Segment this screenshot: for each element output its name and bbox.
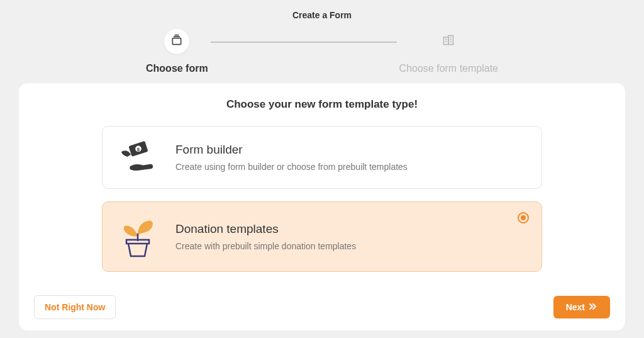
stepper: Choose form Choose form template	[146, 29, 498, 74]
step-choose-template[interactable]: Choose form template	[399, 29, 498, 74]
option-form-builder[interactable]: $ Form builder Create using form builder…	[102, 126, 542, 189]
next-button-label: Next	[566, 302, 585, 312]
option-title: Form builder	[175, 143, 525, 157]
plant-pot-icon	[119, 215, 157, 259]
next-button[interactable]: Next	[553, 296, 610, 318]
footer: Not Right Now Next	[34, 283, 610, 319]
option-desc: Create using form builder or choose from…	[175, 162, 525, 172]
main-card: Choose your new form template type! $ Fo…	[19, 83, 625, 330]
step-choose-form[interactable]: Choose form	[146, 29, 208, 74]
radio-dot	[521, 215, 526, 220]
building-icon	[442, 34, 455, 49]
svg-rect-0	[173, 38, 181, 45]
step-label: Choose form template	[399, 63, 498, 74]
option-title: Donation templates	[175, 222, 525, 236]
template-icon-wrap	[436, 29, 461, 54]
svg-text:$: $	[137, 147, 140, 152]
option-donation-templates[interactable]: Donation templates Create with prebuilt …	[102, 201, 542, 272]
chevron-double-right-icon	[589, 302, 597, 312]
option-content: Donation templates Create with prebuilt …	[175, 222, 525, 251]
radio-selected-icon	[518, 212, 529, 223]
option-content: Form builder Create using form builder o…	[175, 143, 525, 172]
card-title: Choose your new form template type!	[34, 98, 610, 111]
hand-money-icon: $	[119, 139, 157, 176]
option-desc: Create with prebuilt simple donation tem…	[175, 241, 525, 251]
header: Create a Form	[19, 8, 625, 29]
step-label: Choose form	[146, 63, 208, 74]
options-list: $ Form builder Create using form builder…	[102, 126, 542, 272]
svg-rect-14	[126, 240, 149, 244]
form-icon	[170, 34, 183, 49]
cancel-button[interactable]: Not Right Now	[34, 295, 116, 319]
step-connector	[211, 42, 397, 43]
page-container: Create a Form Choose form	[0, 0, 644, 338]
page-title: Create a Form	[19, 10, 625, 20]
svg-rect-3	[444, 37, 449, 45]
form-icon-wrap	[164, 29, 189, 54]
